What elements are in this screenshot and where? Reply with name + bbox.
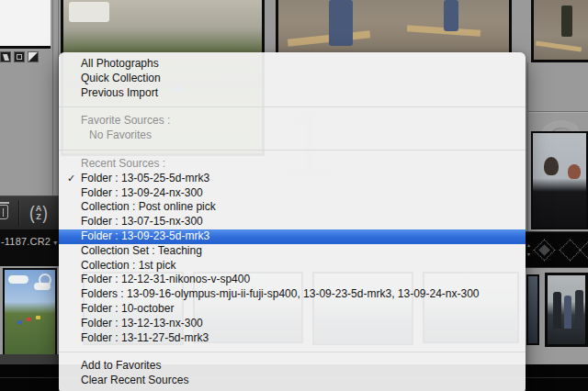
menu-separator: [59, 150, 526, 151]
source-popup-menu: All Photographs Quick Collection Previou…: [59, 52, 526, 391]
filter-diamond-filled-icon[interactable]: [533, 239, 555, 261]
keyword-badge-icon[interactable]: [0, 51, 11, 62]
favorite-sources-header: Favorite Sources :: [59, 114, 526, 128]
photo-detail: [36, 316, 40, 319]
filter-diamond-outline-icon[interactable]: [579, 239, 588, 261]
grid-thumbnail-cell2[interactable]: [531, 131, 588, 229]
photo-detail: [568, 164, 581, 179]
sort-arc-right: ): [42, 204, 48, 222]
photo-detail: [575, 290, 583, 329]
current-filename: -1187.CR2: [1, 236, 51, 247]
menu-item-all-photographs[interactable]: All Photographs: [59, 57, 526, 72]
grid-thumbnail-construction[interactable]: [276, 0, 512, 52]
grid-thumbnail-topright[interactable]: [531, 0, 588, 62]
filmstrip-filter-bar: ▴▾: [526, 231, 588, 268]
photo-detail: [444, 0, 458, 31]
menu-item-recent-source[interactable]: Collection : Post online pick: [59, 200, 526, 215]
toolbar-divider: [18, 200, 19, 226]
checkmark-icon: ✓: [67, 172, 75, 186]
filmstrip-header: -1187.CR2▾: [0, 229, 59, 266]
menu-item-label: Folder : 13-05-25-5d-mrk3: [81, 172, 209, 184]
menu-item-recent-source[interactable]: Folder : 13-07-15-nx-300: [59, 215, 526, 229]
photo-detail: [564, 296, 571, 329]
filmstrip-thumbnail-people[interactable]: [545, 273, 588, 347]
menu-item-recent-source[interactable]: Folder : 13-09-24-nx-300: [59, 186, 526, 201]
filmstrip-thumbnail-fairground[interactable]: [3, 268, 57, 356]
menu-item-recent-source[interactable]: Collection Set : Teaching: [59, 244, 526, 259]
filmstrip-thumbnail-sliver[interactable]: [526, 274, 539, 345]
grid-divider: [52, 0, 53, 196]
photo-detail: [536, 41, 582, 52]
photo-detail: [329, 0, 353, 46]
crop-badge-icon[interactable]: [14, 51, 25, 62]
menu-separator: [59, 352, 526, 352]
grid-divider: [527, 62, 528, 231]
photo-detail: [553, 292, 561, 329]
menu-item-recent-source[interactable]: Folder : 13-12-13-nx-300: [59, 317, 526, 331]
lightroom-window: 1 2 ( AZ ) -1187.CR2▾ ▴▾: [0, 0, 588, 391]
menu-item-recent-source[interactable]: Folders : 13-09-16-olympus-mju-ii-fuji-s…: [59, 287, 526, 302]
sort-arc-left: (: [29, 204, 35, 222]
menu-item-recent-source[interactable]: Folder : 12-12-31-nikonos-v-sp400: [59, 273, 526, 287]
menu-item-previous-import[interactable]: Previous Import: [59, 86, 526, 101]
no-favorites-label: No Favorites: [59, 128, 526, 143]
recent-sources-header: Recent Sources :: [59, 157, 526, 172]
develop-badge-icon[interactable]: [28, 51, 39, 62]
photo-detail: [8, 275, 28, 284]
sort-az-icon[interactable]: ( AZ ): [24, 201, 53, 225]
mini-sort-arrows[interactable]: ▴▾: [527, 242, 530, 257]
trash-icon[interactable]: [0, 205, 8, 219]
photo-detail: [17, 320, 22, 324]
photo-detail: [544, 157, 559, 175]
sort-letters: AZ: [36, 205, 42, 221]
filter-diamond-outline-icon[interactable]: [559, 239, 581, 261]
toolbar: ( AZ ): [0, 196, 59, 229]
menu-item-clear-recent-sources[interactable]: Clear Recent Sources: [59, 374, 526, 388]
photo-detail: [561, 6, 572, 37]
menu-separator: [59, 106, 526, 107]
menu-item-recent-source-highlighted[interactable]: Folder : 13-09-23-5d-mrk3: [59, 229, 526, 244]
menu-item-recent-source[interactable]: Collection : 1st pick: [59, 259, 526, 274]
grid-thumbnail-white[interactable]: [0, 0, 51, 49]
quick-collection-circle-icon[interactable]: [39, 274, 51, 286]
filmstrip-source-path[interactable]: -1187.CR2▾: [1, 236, 57, 247]
menu-item-recent-source[interactable]: ✓ Folder : 13-05-25-5d-mrk3: [59, 172, 526, 186]
thumbnail-badges: [0, 51, 39, 62]
menu-item-quick-collection[interactable]: Quick Collection: [59, 72, 526, 86]
menu-item-recent-source[interactable]: Folder : 13-11-27-5d-mrk3: [59, 331, 526, 346]
menu-item-add-to-favorites[interactable]: Add to Favorites: [59, 359, 526, 374]
photo-detail: [69, 2, 109, 22]
menu-item-recent-source[interactable]: Folder : 10-october: [59, 302, 526, 317]
photo-detail: [27, 318, 31, 321]
chevron-down-icon: ▾: [53, 239, 57, 247]
